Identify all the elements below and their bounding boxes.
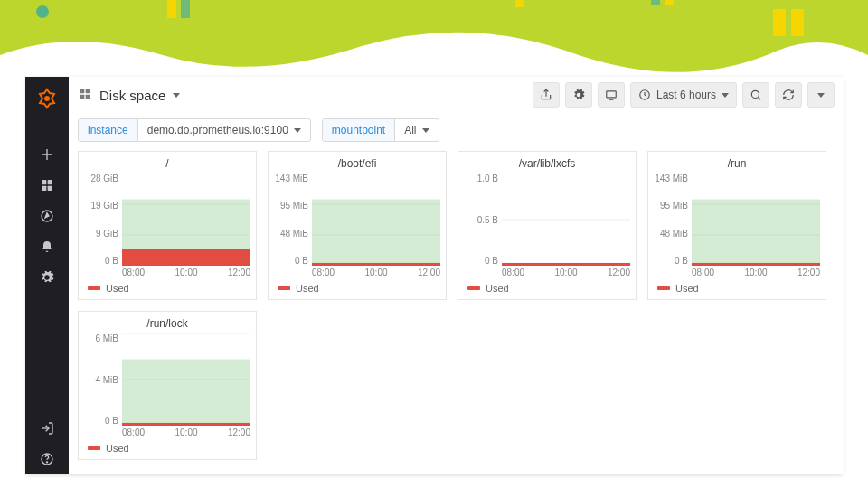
panel[interactable]: /run/lock6 MiB4 MiB0 B08:0010:0012:00Use…	[78, 311, 257, 460]
chart-plot[interactable]	[312, 174, 440, 266]
variable-label: mountpoint	[323, 119, 395, 141]
svg-rect-31	[502, 263, 630, 266]
nav-dashboards-icon[interactable]	[25, 170, 69, 201]
panel-legend[interactable]: Used	[269, 279, 446, 299]
variable-label: instance	[79, 119, 138, 141]
chart-plot[interactable]	[122, 174, 250, 266]
chevron-down-icon	[173, 93, 180, 98]
chevron-down-icon	[422, 128, 429, 133]
x-axis: 08:0010:0012:00	[269, 266, 446, 279]
svg-rect-1	[42, 180, 46, 184]
svg-point-15	[751, 90, 759, 98]
panel-legend[interactable]: Used	[79, 439, 256, 459]
nav-alerting-icon[interactable]	[25, 231, 69, 262]
nav-config-icon[interactable]	[25, 262, 69, 293]
svg-rect-41	[122, 360, 250, 426]
svg-rect-42	[122, 423, 250, 426]
zoom-out-button[interactable]	[742, 82, 769, 108]
legend-swatch	[88, 446, 100, 450]
legend-label: Used	[675, 283, 699, 294]
y-axis: 6 MiB4 MiB0 B	[84, 333, 122, 426]
chart-plot[interactable]	[122, 333, 250, 426]
x-axis: 08:0010:0012:00	[79, 426, 256, 439]
cycle-view-button[interactable]	[598, 82, 625, 108]
settings-button[interactable]	[565, 82, 592, 108]
main-area: Disk space Last 6 hours	[69, 77, 844, 474]
x-axis: 08:0010:0012:00	[79, 266, 256, 279]
variable-instance-value[interactable]: demo.do.prometheus.io:9100	[138, 119, 310, 141]
chevron-down-icon	[294, 128, 301, 133]
svg-rect-12	[86, 94, 90, 99]
panel-title: /run/lock	[79, 312, 256, 332]
time-range-label: Last 6 hours	[656, 89, 716, 101]
grafana-logo-icon[interactable]	[36, 88, 58, 112]
svg-rect-36	[692, 200, 820, 266]
chart-plot[interactable]	[692, 174, 820, 266]
svg-rect-13	[607, 91, 617, 98]
svg-rect-4	[48, 186, 52, 191]
chart-plot[interactable]	[502, 174, 630, 266]
svg-rect-11	[80, 94, 84, 99]
chevron-down-icon	[817, 93, 825, 98]
svg-rect-26	[312, 200, 440, 266]
svg-rect-37	[692, 263, 820, 266]
legend-label: Used	[106, 283, 129, 294]
variable-mountpoint-value[interactable]: All	[395, 119, 438, 141]
nav-help-icon[interactable]	[25, 444, 69, 474]
page-decoration	[0, 0, 868, 81]
panel-legend[interactable]: Used	[79, 279, 256, 299]
refresh-button[interactable]	[775, 82, 802, 108]
legend-label: Used	[486, 283, 509, 294]
panel-legend[interactable]: Used	[458, 279, 636, 299]
panel-title: /run	[648, 152, 826, 172]
legend-swatch	[467, 286, 480, 290]
panel-legend[interactable]: Used	[648, 279, 826, 299]
nav-create-icon[interactable]	[25, 139, 69, 170]
svg-rect-10	[86, 89, 90, 93]
topbar: Disk space Last 6 hours	[69, 77, 844, 113]
svg-rect-21	[122, 249, 250, 266]
svg-point-0	[44, 96, 50, 101]
dashboard-title-dropdown[interactable]: Disk space	[78, 87, 180, 104]
app-frame: Disk space Last 6 hours	[25, 77, 844, 474]
svg-point-8	[46, 462, 47, 463]
legend-swatch	[657, 286, 670, 290]
nav-signin-icon[interactable]	[25, 413, 69, 444]
legend-swatch	[88, 286, 100, 290]
variable-mountpoint: mountpoint All	[322, 118, 439, 142]
panel[interactable]: /var/lib/lxcfs1.0 B0.5 B0 B08:0010:0012:…	[458, 151, 637, 300]
svg-rect-2	[48, 180, 52, 184]
dashboard-icon	[78, 87, 92, 104]
share-button[interactable]	[533, 82, 560, 108]
legend-label: Used	[106, 443, 129, 454]
y-axis: 28 GiB19 GiB9 GiB0 B	[84, 174, 122, 266]
panel-title: /boot/efi	[269, 152, 446, 172]
svg-rect-27	[312, 263, 440, 266]
variable-bar: instance demo.do.prometheus.io:9100 moun…	[69, 113, 844, 151]
panel-title: /var/lib/lxcfs	[458, 152, 636, 172]
y-axis: 143 MiB95 MiB48 MiB0 B	[274, 174, 312, 266]
variable-instance: instance demo.do.prometheus.io:9100	[78, 118, 311, 142]
y-axis: 143 MiB95 MiB48 MiB0 B	[654, 174, 692, 266]
refresh-interval-picker[interactable]	[807, 82, 835, 108]
panel[interactable]: /boot/efi143 MiB95 MiB48 MiB0 B08:0010:0…	[268, 151, 447, 300]
legend-swatch	[278, 286, 290, 290]
variable-value-text: demo.do.prometheus.io:9100	[147, 124, 288, 136]
svg-rect-3	[42, 186, 46, 191]
svg-marker-6	[45, 213, 49, 218]
sidebar	[25, 77, 69, 474]
x-axis: 08:0010:0012:00	[458, 266, 636, 279]
panel[interactable]: /run143 MiB95 MiB48 MiB0 B08:0010:0012:0…	[647, 151, 826, 300]
dashboard-title: Disk space	[99, 88, 165, 103]
legend-label: Used	[296, 283, 319, 294]
panel-title: /	[79, 152, 256, 172]
chevron-down-icon	[722, 93, 729, 98]
panel-grid: /28 GiB19 GiB9 GiB0 B08:0010:0012:00Used…	[69, 151, 844, 469]
panel[interactable]: /28 GiB19 GiB9 GiB0 B08:0010:0012:00Used	[78, 151, 257, 300]
time-range-picker[interactable]: Last 6 hours	[630, 82, 737, 108]
x-axis: 08:0010:0012:00	[648, 266, 826, 279]
variable-value-text: All	[404, 124, 416, 136]
svg-rect-9	[80, 89, 84, 93]
y-axis: 1.0 B0.5 B0 B	[464, 174, 502, 266]
nav-explore-icon[interactable]	[25, 201, 69, 231]
